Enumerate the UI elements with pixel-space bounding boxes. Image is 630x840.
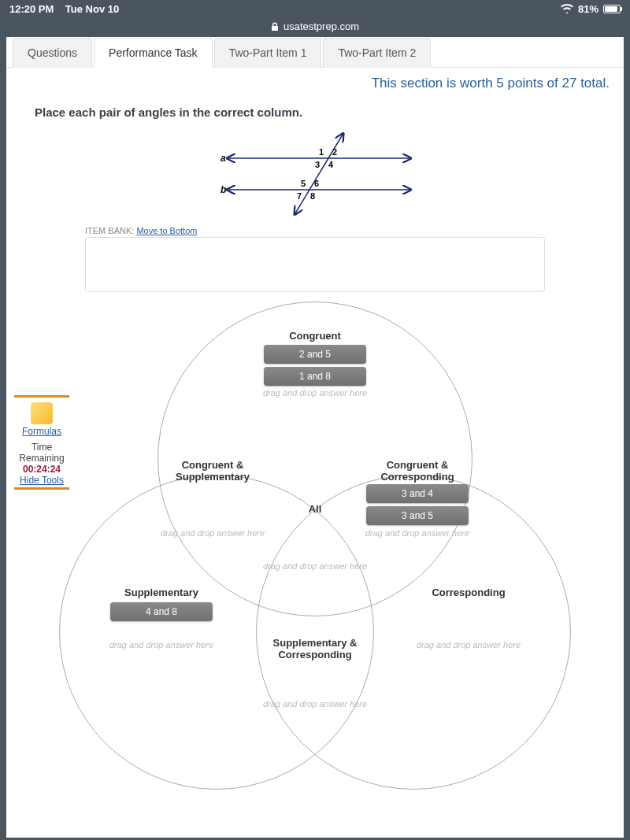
drop-congruent[interactable]: drag and drop answer here	[252, 388, 378, 398]
question-prompt: Place each pair of angles in the correct…	[6, 94, 624, 127]
status-bar: 12:20 PM Tue Nov 10 81%	[0, 0, 630, 17]
svg-text:3: 3	[315, 160, 320, 169]
tab-two-part-2[interactable]: Two-Part Item 2	[323, 38, 431, 68]
tab-bar: Questions Performance Task Two-Part Item…	[6, 37, 624, 68]
angle-figure: a b 1 2 3 4 5 6 7 8	[197, 127, 433, 221]
label-congruent: Congruent	[256, 330, 374, 342]
svg-text:5: 5	[301, 179, 306, 188]
drop-corresponding[interactable]: drag and drop answer here	[406, 640, 532, 649]
tab-two-part-1[interactable]: Two-Part Item 1	[214, 38, 322, 68]
points-info: This section is worth 5 points of 27 tot…	[6, 68, 624, 94]
item-bank-label: ITEM BANK:	[85, 226, 134, 235]
tab-performance-task[interactable]: Performance Task	[94, 38, 213, 68]
page-content: Questions Performance Task Two-Part Item…	[6, 37, 624, 838]
lock-icon	[271, 22, 279, 31]
label-all: All	[256, 503, 374, 515]
svg-text:4: 4	[328, 160, 334, 169]
chip-2-and-5[interactable]: 2 and 5	[264, 345, 366, 364]
item-bank-label-row: ITEM BANK: Move to Bottom	[6, 226, 624, 237]
line-a-label: a	[220, 153, 226, 164]
status-date: Tue Nov 10	[65, 3, 119, 15]
chip-4-and-8[interactable]: 4 and 8	[110, 602, 213, 621]
url-bar: usatestprep.com	[0, 17, 630, 37]
status-time: 12:20 PM	[9, 3, 54, 15]
chip-3-and-5[interactable]: 3 and 5	[366, 506, 469, 525]
drop-supp-corr[interactable]: drag and drop answer here	[252, 699, 378, 709]
battery-icon	[603, 5, 621, 13]
label-supp-corr: Supplementary & Corresponding	[256, 637, 374, 661]
label-supplementary: Supplementary	[102, 587, 220, 598]
chip-1-and-8[interactable]: 1 and 8	[264, 367, 366, 386]
label-corresponding: Corresponding	[410, 587, 528, 598]
url-text: usatestprep.com	[284, 20, 359, 32]
svg-text:1: 1	[319, 147, 324, 157]
drop-cong-supp[interactable]: drag and drop answer here	[150, 528, 276, 538]
move-to-bottom-link[interactable]: Move to Bottom	[136, 226, 197, 235]
venn-diagram: Congruent drag and drop answer here Cong…	[12, 302, 618, 805]
svg-text:2: 2	[332, 147, 337, 157]
label-cong-corr: Congruent & Corresponding	[358, 459, 476, 483]
drop-all[interactable]: drag and drop answer here	[252, 561, 378, 571]
svg-text:6: 6	[314, 179, 319, 188]
label-cong-supp: Congruent & Supplementary	[154, 459, 272, 483]
chip-3-and-4[interactable]: 3 and 4	[366, 484, 469, 503]
drop-supplementary[interactable]: drag and drop answer here	[98, 640, 224, 649]
tab-questions[interactable]: Questions	[13, 38, 92, 68]
wifi-icon	[561, 4, 573, 13]
item-bank-dropzone[interactable]	[85, 237, 545, 292]
battery-percent: 81%	[578, 3, 598, 15]
svg-text:7: 7	[297, 191, 302, 201]
line-b-label: b	[220, 184, 226, 195]
drop-cong-corr[interactable]: drag and drop answer here	[354, 528, 480, 538]
svg-text:8: 8	[310, 191, 315, 201]
svg-line-2	[295, 135, 343, 213]
